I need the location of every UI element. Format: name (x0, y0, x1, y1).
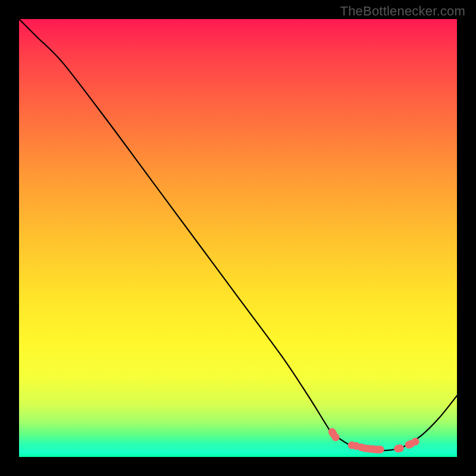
chart-svg (19, 19, 457, 457)
data-marker (377, 446, 384, 453)
plot-area (19, 19, 457, 457)
data-marker (332, 433, 340, 441)
bottleneck-curve (19, 19, 457, 451)
chart-frame: TheBottlenecker.com (0, 0, 476, 476)
data-marker (412, 438, 419, 446)
data-marker (396, 444, 404, 452)
watermark-label: TheBottlenecker.com (340, 4, 465, 19)
